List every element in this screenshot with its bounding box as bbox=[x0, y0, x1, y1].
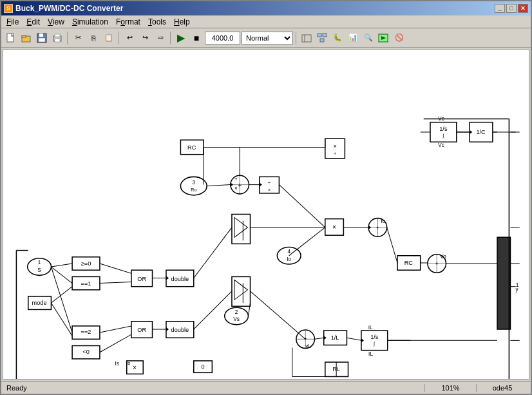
menu-file[interactable]: File bbox=[3, 16, 23, 28]
minimize-button[interactable]: _ bbox=[495, 4, 505, 13]
svg-text:×: × bbox=[234, 186, 238, 191]
svg-text:RC: RC bbox=[404, 260, 413, 266]
svg-text:3: 3 bbox=[193, 180, 196, 186]
open-button[interactable] bbox=[19, 31, 33, 45]
svg-text:Ro: Ro bbox=[191, 188, 196, 193]
maximize-button[interactable]: □ bbox=[506, 4, 517, 13]
svg-text:Is: Is bbox=[115, 361, 119, 367]
svg-text:vL: vL bbox=[305, 343, 311, 349]
menu-help[interactable]: Help bbox=[170, 16, 194, 28]
model-browser-icon bbox=[317, 33, 327, 43]
menu-format[interactable]: Format bbox=[112, 16, 144, 28]
svg-text:1/s: 1/s bbox=[439, 126, 448, 132]
svg-text:×: × bbox=[268, 188, 271, 193]
svg-text:Vo: Vo bbox=[440, 254, 446, 260]
open-icon bbox=[21, 33, 32, 43]
svg-text:Vc: Vc bbox=[438, 142, 444, 148]
svg-text:mode: mode bbox=[32, 300, 47, 306]
svg-text:Ic: Ic bbox=[381, 218, 385, 224]
svg-rect-12 bbox=[323, 34, 327, 37]
svg-text:IL: IL bbox=[368, 351, 373, 357]
main-window: S Buck_PWM/DC-DC Converter _ □ ✕ File Ed… bbox=[0, 0, 532, 395]
svg-rect-5 bbox=[39, 38, 45, 42]
svg-text:0: 0 bbox=[202, 363, 205, 370]
svg-text:OR: OR bbox=[137, 327, 146, 333]
model-browser-button[interactable] bbox=[315, 31, 329, 45]
canvas-area[interactable]: 1/s ∫ Vc Vc 1/C RC × ÷ 3 Ro bbox=[3, 49, 529, 380]
svg-text:×: × bbox=[133, 364, 137, 371]
svg-text:OR: OR bbox=[137, 276, 146, 282]
svg-text:4: 4 bbox=[287, 249, 290, 255]
svg-text:2: 2 bbox=[235, 309, 238, 315]
title-buttons: _ □ ✕ bbox=[495, 4, 528, 13]
save-button[interactable] bbox=[35, 31, 49, 45]
status-bar: Ready 101% ode45 bbox=[1, 381, 531, 394]
profiler-button[interactable]: 📊 bbox=[346, 31, 360, 45]
svg-text:double: double bbox=[171, 276, 189, 282]
menu-bar: File Edit View Simulation Format Tools H… bbox=[1, 15, 531, 28]
menu-view[interactable]: View bbox=[44, 16, 68, 28]
status-solver-text: ode45 bbox=[477, 384, 528, 392]
run-button2[interactable] bbox=[377, 31, 391, 45]
svg-text:1: 1 bbox=[38, 260, 41, 265]
svg-rect-11 bbox=[318, 34, 321, 37]
sim-time-input[interactable]: 4000.0 bbox=[205, 32, 240, 44]
svg-rect-58 bbox=[497, 237, 510, 329]
sim-mode-select[interactable]: Normal Accelerator bbox=[242, 32, 293, 44]
explore-button[interactable]: 🔍 bbox=[361, 31, 375, 45]
svg-text:Is: Is bbox=[127, 361, 131, 366]
svg-text:×: × bbox=[332, 224, 336, 231]
separator-4 bbox=[296, 32, 297, 44]
svg-text:Io: Io bbox=[287, 256, 291, 262]
svg-text:==2: ==2 bbox=[81, 329, 91, 335]
status-ready-text: Ready bbox=[4, 384, 425, 392]
svg-text:≥=0: ≥=0 bbox=[81, 260, 91, 267]
forward-button[interactable]: ⇨ bbox=[153, 31, 167, 45]
close-button[interactable]: ✕ bbox=[518, 4, 528, 13]
svg-text:1/C: 1/C bbox=[476, 129, 486, 135]
run-icon bbox=[378, 33, 390, 43]
menu-tools[interactable]: Tools bbox=[144, 16, 170, 28]
status-zoom-text: 101% bbox=[425, 384, 477, 392]
svg-text:iL: iL bbox=[368, 325, 373, 331]
svg-rect-4 bbox=[39, 34, 43, 37]
svg-text:1/s: 1/s bbox=[370, 334, 379, 340]
title-bar: S Buck_PWM/DC-DC Converter _ □ ✕ bbox=[1, 1, 531, 15]
menu-edit[interactable]: Edit bbox=[23, 16, 44, 28]
undo-button[interactable]: ↩ bbox=[122, 31, 137, 45]
svg-text:×: × bbox=[333, 144, 336, 150]
separator-2 bbox=[119, 32, 120, 44]
svg-rect-2 bbox=[22, 35, 26, 37]
no-symbol-button[interactable]: 🚫 bbox=[392, 31, 406, 45]
svg-rect-9 bbox=[302, 35, 311, 42]
title-bar-left: S Buck_PWM/DC-DC Converter bbox=[4, 4, 123, 13]
svg-text:÷: ÷ bbox=[334, 151, 336, 157]
svg-text:÷: ÷ bbox=[268, 180, 271, 186]
paste-button[interactable]: 📋 bbox=[102, 31, 116, 45]
cut-button[interactable]: ✂ bbox=[71, 31, 85, 45]
print-button[interactable] bbox=[50, 31, 64, 45]
toolbar: ✂ ⎘ 📋 ↩ ↪ ⇨ ▶ ■ 4000.0 Normal Accelerato… bbox=[1, 28, 531, 48]
menu-simulation[interactable]: Simulation bbox=[68, 16, 112, 28]
library-button[interactable] bbox=[299, 31, 314, 45]
simulink-diagram: 1/s ∫ Vc Vc 1/C RC × ÷ 3 Ro bbox=[3, 50, 529, 379]
svg-rect-13 bbox=[320, 39, 324, 42]
svg-text:S: S bbox=[37, 267, 41, 273]
print-icon bbox=[52, 33, 62, 43]
start-button[interactable]: ▶ bbox=[174, 31, 188, 45]
svg-text:RC: RC bbox=[187, 144, 196, 151]
svg-text:1/L: 1/L bbox=[331, 334, 339, 341]
redo-button[interactable]: ↪ bbox=[138, 31, 152, 45]
new-icon bbox=[6, 33, 16, 43]
svg-text:+: + bbox=[234, 177, 238, 183]
new-button[interactable] bbox=[4, 31, 18, 45]
copy-button[interactable]: ⎘ bbox=[86, 31, 100, 45]
stop-button[interactable]: ■ bbox=[189, 31, 204, 45]
app-icon: S bbox=[4, 4, 13, 13]
library-icon bbox=[301, 33, 312, 43]
save-icon bbox=[37, 33, 47, 43]
debug-button[interactable]: 🐛 bbox=[330, 31, 345, 45]
separator-3 bbox=[170, 32, 171, 44]
svg-text:double: double bbox=[171, 327, 189, 333]
svg-text:==1: ==1 bbox=[81, 280, 91, 287]
